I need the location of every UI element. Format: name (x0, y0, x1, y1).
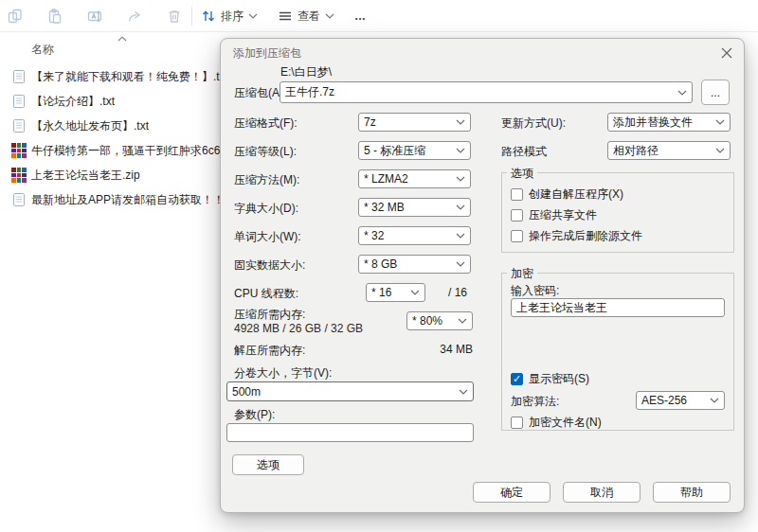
parameters-input[interactable] (226, 423, 474, 442)
word-size-label: 单词大小(W): (234, 229, 301, 245)
cancel-button-label: 取消 (590, 485, 613, 501)
update-mode-value: 添加并替换文件 (613, 115, 693, 131)
format-select[interactable]: 7z (358, 113, 471, 132)
password-input[interactable] (511, 298, 725, 317)
rename-icon[interactable] (87, 9, 102, 24)
list-item[interactable]: 上老王论坛当老王.zip (0, 163, 220, 187)
dictionary-select[interactable]: * 32 MB (358, 198, 471, 217)
browse-button[interactable]: ... (701, 80, 730, 105)
file-name: 【论坛介绍】.txt (31, 94, 115, 110)
chevron-down-icon (459, 389, 468, 395)
more-options-label: … (354, 9, 367, 23)
memory-compress-label: 压缩所需内存: (234, 307, 305, 323)
text-file-icon (11, 192, 27, 207)
list-item[interactable]: 【永久地址发布页】.txt (0, 114, 220, 138)
update-mode-select[interactable]: 添加并替换文件 (607, 113, 731, 132)
word-size-select[interactable]: * 32 (358, 226, 471, 245)
method-label: 压缩方法(M): (234, 172, 299, 188)
chevron-down-icon (715, 148, 725, 153)
create-sfx-label: 创建自解压程序(X) (529, 186, 623, 203)
chevron-down-icon (456, 204, 465, 210)
encryption-method-value: AES-256 (641, 394, 687, 407)
show-password-checkbox[interactable]: 显示密码(S) (511, 371, 589, 387)
memory-compress-select[interactable]: * 80% (406, 311, 473, 330)
dictionary-value: * 32 MB (364, 201, 405, 214)
path-mode-select[interactable]: 相对路径 (607, 141, 731, 160)
share-icon[interactable] (127, 9, 142, 24)
encrypt-filenames-label: 加密文件名(N) (529, 415, 602, 431)
chevron-down-icon (458, 318, 467, 324)
path-mode-label: 路径模式 (501, 144, 547, 160)
cpu-threads-value: * 16 (371, 286, 391, 299)
sort-menu-button[interactable]: 排序 (201, 7, 258, 26)
file-name: 【来了就能下载和观看！纯免费！】.txt (31, 69, 220, 85)
chevron-down-icon (456, 148, 465, 153)
list-item[interactable]: 牛仔模特第一部，骚逼干到红肿求6c643... (0, 138, 220, 163)
memory-compress-value: * 80% (412, 314, 442, 328)
checkbox-icon (511, 188, 523, 201)
toolbar-divider (191, 7, 192, 26)
delete-icon[interactable] (167, 9, 182, 24)
list-item[interactable]: 【来了就能下载和观看！纯免费！】.txt (0, 64, 220, 89)
cpu-threads-label: CPU 线程数: (234, 286, 298, 302)
chevron-down-icon (456, 261, 465, 267)
level-label: 压缩等级(L): (234, 144, 297, 160)
solid-block-select[interactable]: * 8 GB (358, 255, 471, 274)
copy-icon[interactable] (8, 9, 23, 24)
paste-icon[interactable] (47, 9, 63, 24)
level-select[interactable]: 5 - 标准压缩 (358, 141, 471, 160)
ok-button[interactable]: 确定 (473, 482, 550, 503)
volume-size-value: 500m (232, 385, 261, 399)
chevron-down-icon (456, 233, 465, 239)
checkbox-icon (511, 230, 523, 242)
path-mode-value: 相对路径 (613, 143, 659, 159)
method-select[interactable]: * LZMA2 (358, 169, 471, 188)
view-menu-button[interactable]: 查看 (278, 7, 334, 26)
options-button[interactable]: 选项 (232, 454, 304, 475)
create-sfx-checkbox[interactable]: 创建自解压程序(X) (511, 186, 623, 203)
file-name: 上老王论坛当老王.zip (31, 168, 140, 184)
close-icon[interactable] (721, 47, 732, 59)
encryption-method-label: 加密算法: (511, 394, 559, 410)
volume-size-label: 分卷大小，字节(V): (234, 365, 332, 381)
password-label: 输入密码: (511, 283, 559, 299)
delete-after-checkbox[interactable]: 操作完成后删除源文件 (511, 228, 642, 244)
sort-ascending-caret-icon[interactable] (117, 36, 127, 42)
chevron-down-icon (325, 13, 334, 19)
ok-button-label: 确定 (500, 485, 523, 501)
cancel-button[interactable]: 取消 (563, 482, 641, 503)
text-file-icon (11, 69, 27, 84)
help-button[interactable]: 帮助 (653, 482, 731, 503)
memory-decompress-label: 解压所需内存: (234, 343, 305, 359)
file-name: 最新地址及APP请发邮箱自动获取！！！.... (31, 192, 220, 208)
column-header-name[interactable]: 名称 (31, 42, 54, 58)
archive-dir-path: E:\白日梦\ (280, 64, 332, 80)
cpu-threads-select[interactable]: * 16 (366, 283, 425, 302)
parameters-label: 参数(P): (234, 407, 275, 423)
encryption-method-select[interactable]: AES-256 (636, 391, 725, 410)
list-item[interactable]: 【论坛介绍】.txt (0, 89, 220, 114)
word-size-value: * 32 (364, 229, 384, 242)
text-file-icon (11, 94, 27, 109)
chevron-down-icon (456, 176, 465, 182)
compress-shared-label: 压缩共享文件 (529, 207, 597, 223)
archive-label: 压缩包(A) (234, 85, 283, 101)
volume-size-combobox[interactable]: 500m (226, 381, 474, 401)
level-value: 5 - 标准压缩 (364, 143, 425, 159)
archive-name-combobox[interactable]: 王牛仔.7z (280, 81, 693, 103)
help-button-label: 帮助 (680, 485, 703, 501)
list-item[interactable]: 最新地址及APP请发邮箱自动获取！！！.... (0, 187, 220, 212)
method-value: * LZMA2 (364, 172, 408, 186)
encrypt-filenames-checkbox[interactable]: 加密文件名(N) (511, 415, 602, 431)
sort-arrows-icon (201, 9, 216, 24)
compress-shared-checkbox[interactable]: 压缩共享文件 (511, 207, 597, 223)
delete-after-label: 操作完成后删除源文件 (529, 228, 642, 244)
solid-block-label: 固实数据大小: (234, 257, 305, 274)
memory-decompress-value: 34 MB (391, 343, 473, 356)
chevron-down-icon (410, 290, 420, 295)
more-options-button[interactable]: … (354, 7, 367, 26)
add-to-archive-dialog: 添加到压缩包 压缩包(A) E:\白日梦\ 王牛仔.7z ... 压缩格式(F)… (220, 38, 745, 513)
file-name: 【永久地址发布页】.txt (31, 118, 149, 134)
chevron-down-icon (248, 13, 258, 19)
encryption-group-title: 加密 (507, 266, 537, 282)
